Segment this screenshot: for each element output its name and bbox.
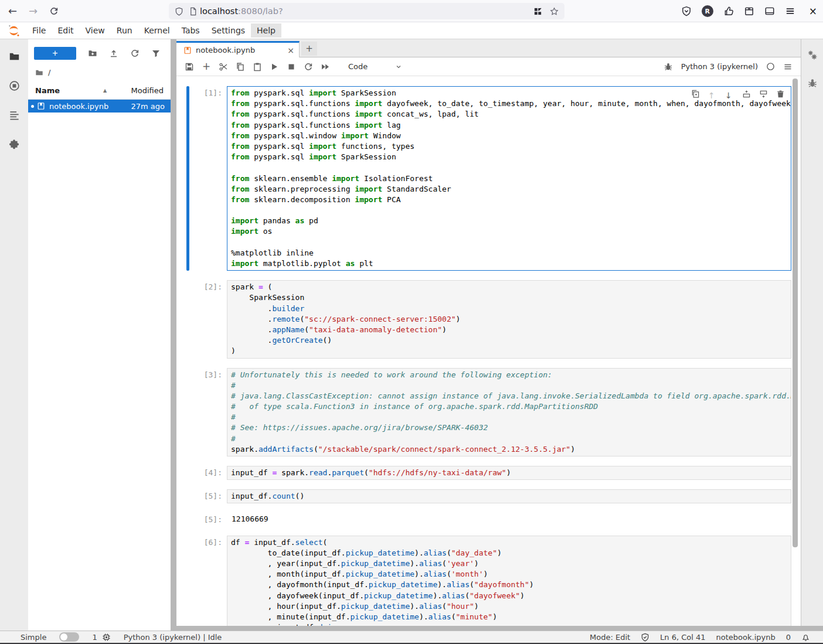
browser-reload-icon[interactable] xyxy=(49,6,59,16)
paste-cells-icon[interactable] xyxy=(253,62,262,71)
run-cell-icon[interactable] xyxy=(270,62,279,71)
menu-edit[interactable]: Edit xyxy=(52,23,79,38)
input-prompt: [6]: xyxy=(189,536,227,626)
breadcrumb[interactable]: / xyxy=(28,63,171,80)
insert-cell-below-icon[interactable] xyxy=(759,90,768,98)
notebook-cell: [3]:# Unfortunately this is needed to wo… xyxy=(186,368,791,457)
simple-mode-toggle[interactable] xyxy=(59,632,79,642)
menu-run[interactable]: Run xyxy=(111,23,138,38)
extension-manager-icon[interactable] xyxy=(9,139,20,150)
refresh-icon[interactable] xyxy=(130,49,140,58)
cell-toolbar: ↑↓ xyxy=(689,90,785,98)
kernel-status-text[interactable]: Python 3 (ipykernel) | Idle xyxy=(124,633,222,642)
dock-tab-bar: notebook.ipynb × + xyxy=(176,39,801,57)
save-icon[interactable] xyxy=(185,62,194,71)
dock-panel: notebook.ipynb × + + Code Python 3 (ipyk… xyxy=(176,39,801,626)
archive-box-icon[interactable] xyxy=(744,6,754,16)
notebook-scrollbar[interactable] xyxy=(793,79,798,547)
cell-type-dropdown[interactable]: Code xyxy=(348,62,402,71)
debugger-bug-icon[interactable] xyxy=(664,62,673,71)
output-prompt: [5]: xyxy=(189,513,227,526)
notifications-count[interactable]: 0 xyxy=(786,633,791,642)
mode-indicator[interactable]: Mode: Edit xyxy=(590,633,630,642)
new-folder-icon[interactable] xyxy=(88,49,97,58)
tab-close-icon[interactable]: × xyxy=(287,46,294,54)
debugger-panel-bug-icon[interactable] xyxy=(807,78,818,88)
move-cell-up-icon[interactable]: ↑ xyxy=(708,90,717,98)
menu-view[interactable]: View xyxy=(80,23,111,38)
panel-splitter[interactable] xyxy=(171,39,176,631)
delete-cell-icon[interactable] xyxy=(776,90,785,98)
column-name[interactable]: Name xyxy=(35,86,60,95)
running-sessions-icon[interactable] xyxy=(9,80,20,91)
firefox-view-icon[interactable] xyxy=(533,7,542,16)
browser-back-icon[interactable]: ← xyxy=(8,6,17,16)
kernel-chip-icon[interactable] xyxy=(102,633,111,642)
notebook-scroll-area[interactable]: [1]:from pyspark.sql import SparkSession… xyxy=(176,76,801,626)
code-editor[interactable]: input_df = spark.read.parquet("hdfs://hd… xyxy=(227,466,791,480)
insert-cell-above-icon[interactable] xyxy=(742,90,751,98)
file-modified: 27m ago xyxy=(131,102,165,111)
copy-cells-icon[interactable] xyxy=(236,62,245,71)
file-row[interactable]: notebook.ipynb27m ago xyxy=(28,100,171,113)
property-inspector-gears-icon[interactable] xyxy=(807,50,818,60)
add-cell-icon[interactable]: + xyxy=(202,62,211,71)
bookmark-star-icon[interactable] xyxy=(550,7,559,16)
code-editor[interactable]: from pyspark.sql import SparkSessionfrom… xyxy=(227,86,791,271)
interrupt-kernel-icon[interactable] xyxy=(287,62,296,71)
shield-icon[interactable] xyxy=(175,7,183,16)
menu-file[interactable]: File xyxy=(26,23,52,38)
code-editor[interactable]: # Unfortunately this is needed to work a… xyxy=(227,368,791,457)
unsaved-dot xyxy=(31,105,34,108)
new-launcher-button[interactable]: + xyxy=(34,47,76,60)
sort-ascending-icon: ▲ xyxy=(103,88,107,93)
home-folder-icon[interactable] xyxy=(35,69,43,77)
menu-tabs[interactable]: Tabs xyxy=(176,23,206,38)
cursor-position[interactable]: Ln 6, Col 41 xyxy=(660,633,705,642)
page-info-icon[interactable] xyxy=(189,7,198,16)
menu-settings[interactable]: Settings xyxy=(206,23,251,38)
new-tab-button[interactable]: + xyxy=(301,42,317,56)
move-cell-down-icon[interactable]: ↓ xyxy=(725,90,734,98)
kernel-status-icon[interactable] xyxy=(766,62,775,71)
bell-icon[interactable] xyxy=(801,633,810,642)
code-editor[interactable]: input_df.count() xyxy=(227,489,791,503)
duplicate-cell-icon[interactable] xyxy=(691,90,700,98)
restart-kernel-icon[interactable] xyxy=(304,62,313,71)
notebook-file-icon xyxy=(37,102,45,110)
upload-icon[interactable] xyxy=(109,49,118,58)
status-bar: Simple 1 Python 3 (ipykernel) | Idle Mod… xyxy=(0,631,823,643)
sidebar-toggle-icon[interactable] xyxy=(764,6,775,16)
column-modified[interactable]: Modified xyxy=(131,86,164,95)
notebook-cell: [4]:input_df = spark.read.parquet("hdfs:… xyxy=(186,466,791,480)
kernel-sessions-count: 1 xyxy=(92,633,97,642)
notebook-cell: [5]:input_df.count() xyxy=(186,489,791,503)
kernel-name[interactable]: Python 3 (ipykernel) xyxy=(681,62,758,71)
file-browser-tab-icon[interactable] xyxy=(9,51,20,62)
restart-run-all-icon[interactable] xyxy=(321,62,330,71)
account-avatar[interactable]: R xyxy=(702,5,713,17)
tab-notebook[interactable]: notebook.ipynb × xyxy=(176,41,300,57)
browser-forward-icon[interactable]: → xyxy=(29,6,38,16)
code-editor[interactable]: spark = ( SparkSession .builder .remote(… xyxy=(227,280,791,358)
menu-kernel[interactable]: Kernel xyxy=(138,23,176,38)
trust-shield-check-icon[interactable] xyxy=(641,633,649,642)
kernel-menu-icon[interactable] xyxy=(783,62,793,71)
file-list-header[interactable]: Name ▲ Modified xyxy=(28,83,171,100)
notebook-cell: [2]:spark = ( SparkSession .builder .rem… xyxy=(186,280,791,358)
input-prompt: [4]: xyxy=(189,466,227,480)
browser-menu-icon[interactable] xyxy=(785,6,795,16)
cut-cells-icon[interactable] xyxy=(219,62,228,71)
menu-help[interactable]: Help xyxy=(251,23,281,38)
table-of-contents-icon[interactable] xyxy=(9,110,20,121)
input-prompt: [2]: xyxy=(189,280,227,358)
window-close-icon[interactable]: × xyxy=(809,6,817,16)
code-editor[interactable]: df = input_df.select( to_date(input_df.p… xyxy=(227,536,791,626)
notebook-toolbar: + Code Python 3 (ipykernel) xyxy=(176,57,801,76)
jupyterlab-menubar: FileEditViewRunKernelTabsSettingsHelp xyxy=(0,22,823,39)
tracking-protection-shield-icon[interactable] xyxy=(681,6,692,16)
notebook-cell: [1]:from pyspark.sql import SparkSession… xyxy=(186,86,791,271)
extension-thumb-icon[interactable] xyxy=(723,6,734,16)
filter-icon[interactable] xyxy=(151,49,161,58)
url-bar[interactable]: localhost:8080/lab? xyxy=(169,3,564,19)
